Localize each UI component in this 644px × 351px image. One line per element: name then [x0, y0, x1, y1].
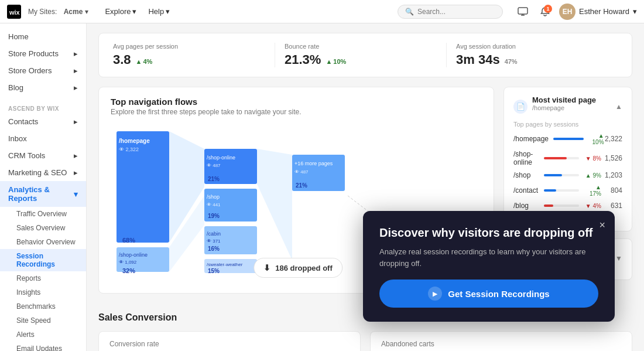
- drop-off-popup: × Discover why visitors are dropping off…: [363, 211, 615, 322]
- user-name: Esther Howard: [579, 7, 629, 16]
- stat-bounce-rate-change: ▲ 10%: [326, 58, 346, 65]
- stat-avg-pages-value: 3.8 ▲ 4%: [113, 52, 265, 67]
- svg-text:/cabin: /cabin: [207, 231, 221, 237]
- explore-button[interactable]: Explore▾: [100, 5, 141, 18]
- popup-description: Analyze real session recordings to learn…: [379, 246, 598, 269]
- sidebar-item-email-updates[interactable]: Email Updates: [0, 342, 86, 351]
- sidebar-item-home[interactable]: Home: [0, 28, 86, 45]
- sidebar-item-insights[interactable]: Insights: [0, 285, 86, 299]
- sidebar-item-store-orders[interactable]: Store Orders▸: [0, 62, 86, 79]
- svg-text:16%: 16%: [208, 246, 220, 252]
- stat-avg-pages: Avg pages per session 3.8 ▲ 4%: [113, 43, 275, 67]
- help-button[interactable]: Help▾: [143, 5, 174, 18]
- arrow-up-icon: ▲: [326, 58, 332, 65]
- page-name-shop-online: /shop-online: [513, 150, 539, 166]
- stat-bounce-rate-label: Bounce rate: [285, 43, 437, 50]
- abandoned-carts-label: Abandoned carts: [381, 340, 621, 348]
- svg-text:👁 1,092: 👁 1,092: [119, 260, 137, 265]
- most-visited-title: Most visited page: [532, 96, 596, 104]
- page-name-blog: /blog: [513, 202, 539, 210]
- sidebar-item-store-products[interactable]: Store Products▸: [0, 45, 86, 62]
- popup-close-button[interactable]: ×: [599, 219, 605, 231]
- sidebar-item-contacts[interactable]: Contacts▸: [0, 113, 86, 130]
- sidebar-item-reports[interactable]: Reports: [0, 271, 86, 285]
- most-visited-chevron[interactable]: ▲: [615, 103, 622, 111]
- svg-text:/homepage: /homepage: [119, 138, 150, 144]
- most-time-chevron[interactable]: ▼: [615, 254, 622, 263]
- site-selector[interactable]: My Sites: Acme ▾: [28, 8, 88, 16]
- user-menu[interactable]: EH Esther Howard ▾: [559, 4, 637, 20]
- page-count-shop: 1,203: [601, 171, 622, 179]
- page-name-contact: /contact: [513, 186, 539, 195]
- page-name-homepage: /homepage: [513, 135, 549, 143]
- svg-text:15%: 15%: [208, 268, 220, 274]
- sidebar-item-sales[interactable]: Sales Overview: [0, 221, 86, 235]
- avatar: EH: [559, 4, 576, 20]
- sidebar-item-blog[interactable]: Blog▸: [0, 79, 86, 96]
- abandoned-carts-card: Abandoned carts 587: [370, 331, 632, 351]
- svg-text:👁 487: 👁 487: [294, 169, 309, 175]
- page-row-shop: /shop ▲ 9% 1,203: [513, 171, 622, 179]
- page-count-shop-online: 1,526: [601, 154, 622, 162]
- stat-avg-pages-change: ▲ 4%: [136, 58, 153, 65]
- svg-text:👁 2,322: 👁 2,322: [119, 146, 139, 152]
- get-session-recordings-button[interactable]: ▶ Get Session Recordings: [379, 280, 598, 308]
- topbar-icons: 1 EH Esther Howard ▾: [515, 4, 637, 20]
- sidebar-item-alerts[interactable]: Alerts: [0, 328, 86, 342]
- svg-text:👁 371: 👁 371: [207, 238, 221, 244]
- page-change-homepage: ▲ 10%: [588, 132, 604, 145]
- stat-session-duration-change: 47%: [505, 58, 518, 65]
- topbar: wix My Sites: Acme ▾ Explore▾ Help▾ 🔍 1 …: [0, 0, 644, 23]
- notifications-icon[interactable]: 1: [537, 4, 553, 20]
- sidebar-item-behavior[interactable]: Behavior Overview: [0, 235, 86, 249]
- svg-text:/shop-online: /shop-online: [119, 252, 148, 258]
- page-icon: 📄: [513, 100, 527, 114]
- sidebar-item-marketing[interactable]: Marketing & SEO▸: [0, 164, 86, 181]
- svg-text:32%: 32%: [122, 267, 135, 274]
- page-row-contact: /contact ▲ 17% 804: [513, 184, 622, 197]
- play-icon: ▶: [428, 287, 442, 301]
- page-row-homepage: /homepage ▲ 10% 2,322: [513, 132, 622, 145]
- sidebar-item-crm[interactable]: CRM Tools▸: [0, 147, 86, 164]
- svg-text:68%: 68%: [122, 237, 135, 244]
- sidebar-item-inbox[interactable]: Inbox: [0, 130, 86, 147]
- sidebar-item-traffic[interactable]: Traffic Overview: [0, 207, 86, 221]
- arrow-up-icon: ▲: [136, 58, 142, 65]
- nav-flows-subtitle: Explore the first three steps people tak…: [111, 108, 482, 116]
- sidebar: Home Store Products▸ Store Orders▸ Blog▸…: [0, 23, 87, 351]
- sidebar-item-session-recordings[interactable]: Session Recordings: [0, 249, 86, 271]
- top-pages-label: Top pages by sessions: [513, 121, 622, 128]
- my-sites-label: My Sites:: [28, 8, 57, 16]
- sidebar-item-site-speed[interactable]: Site Speed: [0, 313, 86, 328]
- search-bar[interactable]: 🔍: [398, 5, 503, 19]
- dropped-off-count: 186 dropped off: [275, 264, 333, 272]
- sidebar-item-benchmarks[interactable]: Benchmarks: [0, 299, 86, 313]
- desktop-preview-icon[interactable]: [515, 4, 531, 20]
- svg-text:👁 441: 👁 441: [207, 202, 221, 207]
- svg-text:+16 more pages: +16 more pages: [294, 161, 333, 166]
- most-visited-page: /homepage: [532, 104, 596, 111]
- page-count-contact: 804: [601, 186, 622, 195]
- popup-title: Discover why visitors are dropping off: [379, 225, 598, 240]
- page-change-shop: ▲ 9%: [584, 172, 601, 179]
- most-visited-card: 📄 Most visited page /homepage ▲ Top page…: [503, 87, 632, 231]
- bottom-stats-row: Conversion rate 3.01% ▲ 11% Abandoned ca…: [98, 331, 632, 351]
- wix-logo: wix: [7, 5, 21, 19]
- svg-text:/shop: /shop: [207, 194, 220, 200]
- stat-session-duration-label: Avg session duration: [456, 43, 608, 50]
- page-change-contact: ▲ 17%: [584, 184, 601, 197]
- svg-text:/shop-online: /shop-online: [207, 155, 235, 161]
- search-input[interactable]: [417, 8, 499, 16]
- chevron-down-icon: ▾: [85, 8, 88, 16]
- notification-badge: 1: [544, 5, 552, 13]
- stat-avg-pages-label: Avg pages per session: [113, 43, 265, 50]
- sidebar-item-analytics[interactable]: Analytics & Reports▾: [0, 181, 86, 207]
- connector-3: [257, 149, 292, 260]
- search-icon: 🔍: [405, 8, 414, 16]
- nav-flows-title: Top navigation flows: [111, 97, 482, 107]
- stat-bounce-rate: Bounce rate 21.3% ▲ 10%: [275, 43, 447, 67]
- svg-text:/sweater-weather: /sweater-weather: [207, 262, 243, 267]
- topbar-navigation: Explore▾ Help▾: [100, 5, 174, 18]
- site-name: Acme: [64, 8, 83, 16]
- drop-icon: ⬇: [263, 263, 270, 272]
